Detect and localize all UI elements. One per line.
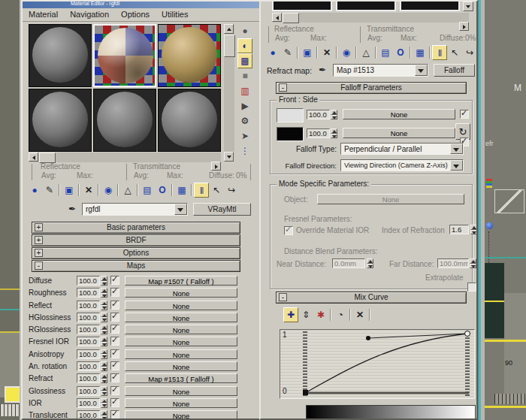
spin-down-icon[interactable]	[101, 305, 107, 310]
index-of-refraction-field[interactable]: 1.6	[449, 225, 469, 234]
side-color-swatch[interactable]	[277, 127, 304, 141]
spin-down-icon[interactable]	[101, 403, 107, 408]
menu-material[interactable]: Material	[23, 8, 64, 21]
menu-navigation[interactable]: Navigation	[64, 8, 115, 21]
sample-slot[interactable]	[400, 0, 460, 11]
rollout-options[interactable]: + Options	[32, 247, 240, 259]
near-distance-field[interactable]: 0.0mm	[332, 258, 365, 268]
map-name-dropdown[interactable]: Map #1513	[333, 64, 428, 77]
scroll-left-button[interactable]	[272, 13, 282, 22]
assign-material-to-selection-icon[interactable]: ▣	[62, 183, 77, 198]
sample-slot[interactable]	[158, 24, 221, 87]
map-enable-checkbox[interactable]	[110, 276, 119, 285]
map-amount-field[interactable]: 100.0	[77, 325, 100, 334]
dropdown-arrow-icon[interactable]	[415, 65, 428, 76]
map-enable-checkbox[interactable]	[110, 337, 119, 346]
put-to-library-icon[interactable]: ▤	[378, 45, 393, 60]
far-distance-spinner[interactable]	[470, 258, 476, 268]
map-enable-checkbox[interactable]	[110, 373, 119, 382]
collapse-icon[interactable]: -	[279, 293, 287, 301]
map-amount-field[interactable]: 100.0	[77, 349, 100, 359]
bezier-handle-point[interactable]	[366, 336, 370, 340]
show-map-in-viewport-icon[interactable]: ▦	[174, 183, 189, 198]
override-material-ior-checkbox[interactable]	[284, 226, 293, 235]
front-color-swatch[interactable]	[277, 108, 304, 122]
map-slot-button[interactable]: None	[125, 410, 237, 420]
scroll-up-button[interactable]	[224, 24, 234, 34]
map-enable-checkbox[interactable]	[110, 313, 119, 322]
map-enable-checkbox[interactable]	[110, 301, 119, 310]
sample-slot[interactable]	[29, 24, 92, 87]
expand-icon[interactable]: +	[35, 236, 43, 244]
spin-down-icon[interactable]	[101, 391, 107, 396]
go-forward-sibling-icon[interactable]: ↪	[224, 183, 239, 198]
map-slot-button[interactable]: None	[125, 337, 237, 346]
spin-down-icon[interactable]	[101, 367, 107, 372]
map-amount-field[interactable]: 100.0	[77, 337, 100, 346]
rollout-falloff-parameters[interactable]: - Falloff Parameters	[276, 82, 467, 94]
map-slot-button[interactable]: None	[125, 349, 237, 359]
material-map-navigator-icon[interactable]: ⋮	[237, 144, 252, 159]
object-pick-button[interactable]: None	[317, 194, 464, 204]
dropdown-arrow-icon[interactable]	[450, 144, 463, 154]
go-forward-sibling-icon[interactable]: ↪	[462, 45, 477, 60]
amount-spinner[interactable]	[331, 128, 337, 138]
map-amount-field[interactable]: 100.0	[77, 276, 100, 286]
amount-spinner[interactable]	[331, 110, 337, 119]
map-enable-checkbox[interactable]	[110, 325, 119, 334]
go-to-parent-icon[interactable]: ↖	[209, 183, 224, 198]
rollout-basic-parameters[interactable]: + Basic parameters	[32, 222, 240, 234]
map-enable-checkbox[interactable]	[110, 288, 119, 297]
put-material-to-scene-icon[interactable]: ✎	[42, 183, 57, 198]
spin-down-icon[interactable]	[101, 379, 107, 384]
map-slot-button[interactable]: None	[125, 301, 237, 310]
map-amount-field[interactable]: 100.0	[77, 398, 100, 408]
map-amount-field[interactable]: 100.0	[77, 410, 100, 420]
slots-vertical-scrollbar[interactable]	[224, 24, 234, 152]
amount-spinner[interactable]	[101, 313, 107, 322]
amount-spinner[interactable]	[101, 337, 107, 346]
amount-spinner[interactable]	[101, 373, 107, 383]
spin-down-icon[interactable]	[101, 281, 107, 286]
spin-down-icon[interactable]	[101, 342, 107, 347]
amount-spinner[interactable]	[101, 276, 107, 286]
amount-spinner[interactable]	[101, 349, 107, 359]
falloff-direction-dropdown[interactable]: Viewing Direction (Camera Z-Axis)	[340, 159, 464, 171]
amount-spinner[interactable]	[101, 410, 107, 420]
put-material-to-scene-icon[interactable]: ✎	[280, 45, 295, 60]
delete-point-icon[interactable]: ✕	[352, 307, 367, 322]
map-slot-button[interactable]: None	[125, 288, 237, 298]
sample-slot-active[interactable]	[93, 24, 156, 87]
map-enable-checkbox[interactable]	[110, 398, 119, 407]
map-amount-field[interactable]: 100.0	[77, 361, 100, 371]
reset-material-icon[interactable]: ✕	[81, 183, 96, 198]
expand-icon[interactable]: +	[35, 223, 43, 231]
map-enable-checkbox[interactable]	[110, 361, 119, 370]
sample-slot[interactable]	[336, 0, 396, 11]
put-to-library-icon[interactable]: ▤	[140, 183, 155, 198]
spin-down-icon[interactable]	[101, 354, 107, 359]
spin-down-icon[interactable]	[470, 264, 476, 269]
amount-spinner[interactable]	[101, 288, 107, 298]
map-type-button[interactable]: Falloff	[434, 64, 475, 77]
map-slot-button[interactable]: Map #1507 ( Falloff )	[125, 276, 237, 286]
amount-spinner[interactable]	[101, 361, 107, 371]
eyedropper-icon[interactable]: ✒	[65, 201, 80, 216]
far-distance-field[interactable]: 100.0mm	[437, 258, 469, 268]
spin-down-icon[interactable]	[101, 415, 107, 420]
front-map-button[interactable]: None	[343, 109, 455, 119]
scroll-down-button[interactable]	[224, 152, 234, 162]
spin-down-icon[interactable]	[101, 330, 107, 335]
spin-down-icon[interactable]	[331, 134, 337, 139]
amount-spinner[interactable]	[101, 386, 107, 396]
map-slot-button[interactable]: None	[125, 313, 237, 322]
menu-options[interactable]: Options	[115, 8, 156, 21]
material-name-dropdown[interactable]: rgfdl	[82, 203, 188, 216]
map-amount-field[interactable]: 100.0	[77, 313, 100, 322]
front-map-checkbox[interactable]	[460, 110, 469, 119]
side-amount-field[interactable]: 100.0	[307, 128, 330, 138]
add-point-icon[interactable]: ✱	[313, 307, 328, 322]
material-id-channel-icon[interactable]: O	[393, 45, 408, 60]
amount-spinner[interactable]	[101, 301, 107, 310]
video-color-check-icon[interactable]: ▥	[237, 83, 252, 98]
